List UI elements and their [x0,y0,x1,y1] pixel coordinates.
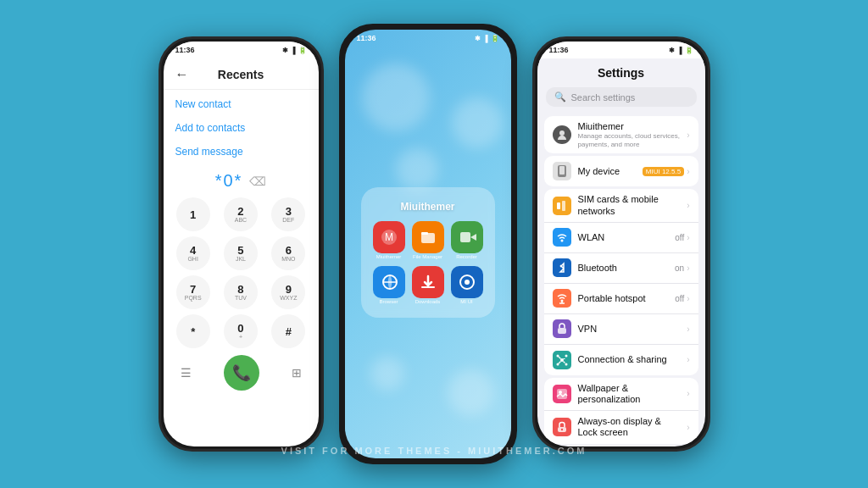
dial-4[interactable]: 4GHI [176,236,210,270]
dial-8[interactable]: 8TUV [224,275,258,309]
dialpad-area: *0* ⌫ 1 2ABC 3DEF 4GHI 5JKL 6MNO 7PQRS 8… [164,166,319,446]
app-label-recorder: Recorder [456,254,477,259]
bluetooth-name: Bluetooth [578,263,669,274]
settings-list: Miuithemer Manage accounts, cloud servic… [537,110,705,446]
app-filemanager[interactable]: File Manager [412,221,444,259]
dial-7[interactable]: 7PQRS [176,275,210,309]
dial-hash[interactable]: # [271,314,305,348]
settings-item-wallpaper[interactable]: Wallpaper & personalization › [544,378,698,411]
miui-badge: MIUI 12.5.5 [643,167,684,176]
settings-item-account[interactable]: Miuithemer Manage accounts, cloud servic… [544,116,698,153]
signal-icon-2: ▐ [483,35,488,42]
add-to-contacts-link[interactable]: Add to contacts [175,122,307,134]
svg-point-16 [560,358,564,362]
connection-name: Connection & sharing [578,354,681,365]
settings-item-wlan[interactable]: WLAN off› [544,223,698,253]
chevron-hotspot: › [687,294,689,303]
account-name: Miuithemer [578,121,681,132]
app-miuithemer[interactable]: M Miuithemer [373,221,405,259]
svg-point-7 [465,280,470,285]
folder-container[interactable]: Miuithemer M Miuithemer File Manager [361,187,495,318]
time-3: 11:36 [549,46,569,54]
contacts-icon[interactable]: ⊞ [292,366,302,380]
settings-item-sim[interactable]: SIM cards & mobile networks › [544,189,698,222]
signal-icon-3: ▐ [677,47,682,54]
wallpaper-name: Wallpaper & personalization [578,383,681,405]
account-text: Miuithemer Manage accounts, cloud servic… [578,121,681,148]
battery-icon-1: 🔋 [298,47,307,54]
settings-item-vpn[interactable]: VPN › [544,314,698,345]
dial-number: *0* [215,171,243,191]
menu-icon[interactable]: ☰ [181,366,192,380]
app-label-miuithemer: Miuithemer [376,254,402,259]
app-icon-miui [451,266,483,298]
svg-rect-3 [421,232,428,235]
phone-home: 11:36 ✱ ▐ 🔋 Miuithemer M Miuithemer [339,24,517,464]
hotspot-icon [553,289,571,308]
dialpad-bottom: ☰ 📞 ⊞ [172,348,310,394]
dialpad-grid: 1 2ABC 3DEF 4GHI 5JKL 6MNO 7PQRS 8TUV 9W… [172,197,310,348]
chevron-conn: › [687,355,689,364]
watermark: VISIT FOR MORE THEMES - MIUITHEMER.COM [281,446,587,456]
bokeh-4 [370,357,404,391]
dial-0[interactable]: 0+ [224,314,258,348]
call-button[interactable]: 📞 [224,355,259,391]
chevron-icon: › [687,130,689,140]
personalization-section: Wallpaper & personalization › Always-on … [544,378,698,444]
app-icon-downloads [412,266,444,298]
chevron-wp: › [687,389,689,398]
dial-3[interactable]: 3DEF [271,197,305,231]
svg-point-8 [559,130,565,136]
device-text: My device [578,166,636,177]
svg-rect-12 [562,201,565,211]
hotspot-value: off [675,294,684,303]
app-miui[interactable]: MI UI [451,266,483,304]
dial-5[interactable]: 5JKL [224,236,258,270]
bokeh-5 [448,369,494,416]
settings-item-connection[interactable]: Connection & sharing › [544,345,698,375]
app-grid: M Miuithemer File Manager [373,221,483,304]
battery-icon-2: 🔋 [491,35,499,42]
svg-point-13 [560,240,563,242]
bt-icon-1: ✱ [282,47,288,54]
backspace-btn[interactable]: ⌫ [249,175,266,188]
search-bar[interactable]: 🔍 Search settings [546,87,697,107]
dial-1[interactable]: 1 [176,197,210,231]
search-icon: 🔍 [554,92,566,103]
bokeh-2 [452,97,503,148]
lockscreen-icon [553,418,571,436]
send-message-link[interactable]: Send message [175,146,307,158]
settings-screen: 11:36 ✱ ▐ 🔋 Settings 🔍 Search settings [537,42,705,446]
app-label-filemanager: File Manager [413,254,442,259]
settings-item-lockscreen[interactable]: Always-on display & Lock screen › [544,411,698,443]
svg-point-18 [565,354,567,357]
time-2: 11:36 [357,34,376,42]
search-placeholder: Search settings [571,92,636,103]
app-label-browser: Browser [379,299,398,304]
app-browser[interactable]: Browser [373,266,405,304]
app-icon-filemanager [412,221,444,253]
settings-item-device[interactable]: My device MIUI 12.5.5 › [544,156,698,186]
new-contact-link[interactable]: New contact [175,98,307,110]
back-arrow[interactable]: ← [175,67,189,82]
folder-title: Miuithemer [373,201,483,213]
vpn-name: VPN [578,324,681,335]
time-1: 11:36 [175,46,195,54]
bluetooth-icon [553,258,571,277]
wallpaper-icon [553,385,571,403]
app-recorder[interactable]: Recorder [451,221,483,259]
phone-recents: 11:36 ✱ ▐ 🔋 ← Recents New contact Add to… [159,36,324,452]
wlan-name: WLAN [578,232,669,243]
settings-title: Settings [598,66,644,80]
signal-icon-1: ▐ [291,47,296,54]
dial-6[interactable]: 6MNO [271,236,305,270]
settings-item-hotspot[interactable]: Portable hotspot off› [544,284,698,314]
settings-item-bluetooth[interactable]: Bluetooth on› [544,253,698,284]
app-icon-miuithemer: M [373,221,405,253]
dial-9[interactable]: 9WXYZ [271,275,305,309]
app-downloads[interactable]: Downloads [412,266,444,304]
dial-2[interactable]: 2ABC [224,197,258,231]
dial-star[interactable]: * [176,314,210,348]
device-icon [553,162,571,180]
recents-title: Recents [198,68,285,81]
